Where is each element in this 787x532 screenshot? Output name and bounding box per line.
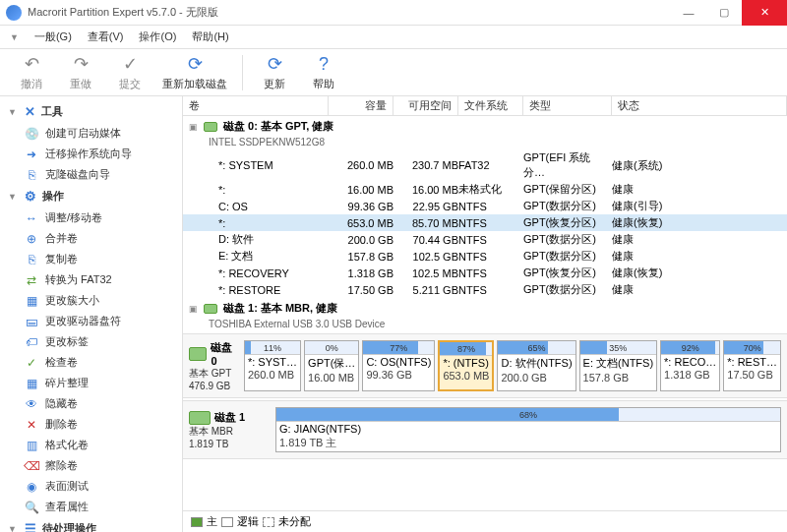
list-icon: ☰ (25, 521, 36, 532)
col-volume[interactable]: 卷 (183, 96, 329, 115)
legend-unalloc-icon (263, 517, 274, 527)
legend-primary-icon (191, 517, 203, 527)
redo-icon: ↷ (74, 53, 89, 75)
migrate-icon: ➜ (24, 148, 39, 161)
partition-box[interactable]: 68% G: JIANG(NTFS)1.819 TB 主 (275, 407, 781, 452)
menu-help[interactable]: 帮助(H) (192, 30, 228, 44)
volume-row[interactable]: C: OS99.36 GB22.95 GB NTFSGPT(数据分区)健康(引导… (183, 198, 787, 214)
sidebar-item-surface-test[interactable]: ◉表面测试 (0, 476, 182, 497)
refresh-icon: ⟳ (188, 53, 203, 75)
menu-ops[interactable]: 操作(O) (139, 30, 176, 44)
partition-box[interactable]: 65% D: 软件(NTFS)200.0 GB (497, 340, 575, 391)
volume-row[interactable]: *: SYSTEM260.0 MB230.7 MB FAT32GPT(EFI 系… (183, 149, 787, 181)
partition-box[interactable]: 0% GPT(保…16.00 MB (304, 340, 359, 391)
update-icon: ⟳ (268, 53, 282, 75)
undo-button[interactable]: ↶撤消 (10, 51, 53, 94)
toolbar: ↶撤消 ↷重做 ✓提交 ⟳重新加载磁盘 ⟳更新 ?帮助 (0, 49, 787, 96)
partition-box[interactable]: 77% C: OS(NTFS)99.36 GB (362, 340, 435, 391)
disk-map-area: 磁盘 0 基本 GPT476.9 GB 11% *: SYST…260.0 MB… (183, 331, 787, 510)
window-title: Macrorit Partition Expert v5.7.0 - 无限版 (28, 5, 671, 20)
col-fs[interactable]: 文件系统 (458, 96, 523, 115)
maximize-button[interactable]: ▢ (706, 0, 742, 26)
sidebar-item-delete[interactable]: ✕删除卷 (0, 414, 182, 435)
col-type[interactable]: 类型 (523, 96, 612, 115)
disk-header[interactable]: ▣磁盘 0: 基本 GPT, 健康 (183, 116, 787, 137)
help-icon: ? (319, 54, 329, 75)
sidebar-item-resize[interactable]: ↔调整/移动卷 (0, 207, 182, 228)
menu-bar: ▼ 一般(G) 查看(V) 操作(O) 帮助(H) (0, 26, 787, 49)
sidebar-item-drive-letter[interactable]: 🖴更改驱动器盘符 (0, 311, 182, 331)
volume-row[interactable]: E: 文档157.8 GB102.5 GB NTFSGPT(数据分区)健康 (183, 248, 787, 265)
col-free[interactable]: 可用空间 (394, 96, 458, 115)
disk-map: 磁盘 0 基本 GPT476.9 GB 11% *: SYST…260.0 MB… (183, 333, 787, 398)
disk-icon (204, 304, 217, 314)
sidebar-item-label[interactable]: 🏷更改标签 (0, 331, 182, 352)
disk-map-header[interactable]: 磁盘 0 基本 GPT476.9 GB (189, 340, 236, 391)
disk-map: 磁盘 1 基本 MBR1.819 TB 68% G: JIANG(NTFS)1.… (183, 400, 787, 459)
sidebar-section-ops[interactable]: ▼⚙操作 (0, 185, 182, 207)
wrench-icon: ✕ (25, 104, 35, 119)
sidebar-item-bootable-media[interactable]: 💿创建可启动媒体 (0, 123, 182, 144)
gear-icon: ⚙ (25, 189, 36, 204)
sidebar-section-pending[interactable]: ▼☰待处理操作 (0, 517, 182, 532)
separator (242, 55, 243, 90)
sidebar: ▼✕工具 💿创建可启动媒体 ➜迁移操作系统向导 ⎘克隆磁盘向导 ▼⚙操作 ↔调整… (0, 96, 183, 532)
sidebar-item-copy[interactable]: ⎘复制卷 (0, 249, 182, 269)
legend-logical-icon (221, 517, 233, 527)
media-icon: 💿 (24, 127, 39, 141)
menu-general[interactable]: 一般(G) (34, 30, 72, 44)
col-status[interactable]: 状态 (612, 96, 787, 115)
redo-button[interactable]: ↷重做 (59, 51, 102, 94)
partition-box[interactable]: 35% E: 文档(NTFS)157.8 GB (579, 340, 658, 391)
chevron-down-icon[interactable]: ▼ (10, 32, 19, 42)
legend: 主 逻辑 未分配 (183, 510, 787, 532)
partition-box[interactable]: 87% *: (NTFS)653.0 MB (438, 340, 494, 391)
disk-header[interactable]: ▣磁盘 1: 基本 MBR, 健康 (183, 298, 787, 319)
volume-row[interactable]: *: RECOVERY1.318 GB102.5 MB NTFSGPT(恢复分区… (183, 265, 787, 281)
sidebar-item-defrag[interactable]: ▦碎片整理 (0, 373, 182, 393)
app-icon (6, 5, 22, 21)
main-panel: 卷 容量 可用空间 文件系统 类型 状态 ▣磁盘 0: 基本 GPT, 健康IN… (183, 96, 787, 532)
sidebar-item-convert-fat32[interactable]: ⇄转换为 FAT32 (0, 269, 182, 290)
sidebar-item-clone-disk[interactable]: ⎘克隆磁盘向导 (0, 164, 182, 185)
sidebar-section-tools[interactable]: ▼✕工具 (0, 100, 182, 123)
minimize-button[interactable]: — (671, 0, 706, 26)
partition-box[interactable]: 92% *: RECO…1.318 GB (660, 340, 720, 391)
disk-model: INTEL SSDPEKNW512G8 (183, 137, 787, 149)
clone-icon: ⎘ (24, 168, 39, 182)
sidebar-item-wipe[interactable]: ⌫擦除卷 (0, 455, 182, 476)
title-bar: Macrorit Partition Expert v5.7.0 - 无限版 —… (0, 0, 787, 26)
sidebar-item-hide[interactable]: 👁隐藏卷 (0, 393, 182, 414)
col-size[interactable]: 容量 (329, 96, 394, 115)
disk-map-header[interactable]: 磁盘 1 基本 MBR1.819 TB (189, 407, 268, 452)
sidebar-item-check[interactable]: ✓检查卷 (0, 352, 182, 373)
sidebar-item-properties[interactable]: 🔍查看属性 (0, 497, 182, 517)
disk-icon (189, 347, 207, 361)
sidebar-item-format[interactable]: ▥格式化卷 (0, 435, 182, 455)
partition-box[interactable]: 70% *: REST…17.50 GB (723, 340, 781, 391)
partition-box[interactable]: 11% *: SYST…260.0 MB (244, 340, 301, 391)
update-button[interactable]: ⟳更新 (253, 51, 296, 94)
volume-row[interactable]: *:653.0 MB85.70 MB NTFSGPT(恢复分区)健康(恢复) (183, 214, 787, 231)
help-button[interactable]: ?帮助 (302, 51, 345, 94)
sidebar-item-merge[interactable]: ⊕合并卷 (0, 228, 182, 249)
reload-button[interactable]: ⟳重新加载磁盘 (157, 51, 232, 94)
close-button[interactable]: ✕ (742, 0, 787, 26)
undo-icon: ↶ (25, 53, 39, 75)
column-headers: 卷 容量 可用空间 文件系统 类型 状态 (183, 96, 787, 116)
menu-view[interactable]: 查看(V) (88, 30, 124, 44)
disk-icon (204, 122, 217, 132)
disk-model: TOSHIBA External USB 3.0 USB Device (183, 319, 787, 331)
volume-row[interactable]: *:16.00 MB16.00 MB 未格式化GPT(保留分区)健康 (183, 181, 787, 198)
sidebar-item-cluster[interactable]: ▦更改簇大小 (0, 290, 182, 311)
volume-row[interactable]: D: 软件200.0 GB70.44 GB NTFSGPT(数据分区)健康 (183, 231, 787, 248)
sidebar-item-migrate-os[interactable]: ➜迁移操作系统向导 (0, 144, 182, 164)
volume-list: ▣磁盘 0: 基本 GPT, 健康INTEL SSDPEKNW512G8 *: … (183, 116, 787, 331)
disk-icon (189, 411, 211, 425)
check-icon: ✓ (123, 53, 138, 75)
commit-button[interactable]: ✓提交 (108, 51, 151, 94)
volume-row[interactable]: *: RESTORE17.50 GB5.211 GB NTFSGPT(数据分区)… (183, 281, 787, 298)
